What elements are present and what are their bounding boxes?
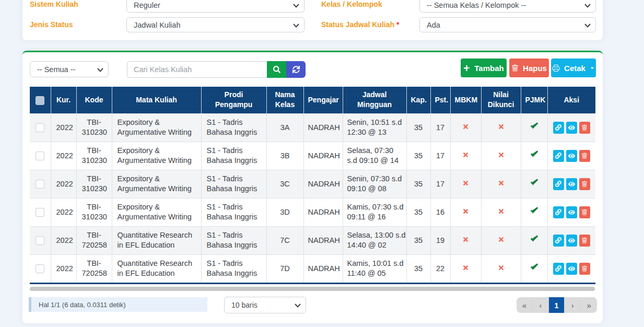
link-action-button[interactable] <box>553 206 564 218</box>
cross-icon <box>462 123 469 130</box>
cell-kode: TBI-310230 <box>76 113 112 142</box>
cell-mbkm <box>450 254 481 283</box>
link-action-button[interactable] <box>553 263 564 275</box>
view-action-button[interactable] <box>566 235 577 247</box>
cell-pengajar: NADRAH <box>303 113 343 142</box>
search-icon <box>273 66 280 73</box>
eye-icon <box>568 181 575 188</box>
cell-pjmk <box>521 198 547 226</box>
cell-pst: 17 <box>430 142 450 170</box>
select-status-jadwal[interactable]: Ada <box>419 17 596 32</box>
cell-jadwal: Senin, 10:51 s.d 12:30 @ 13 <box>343 113 406 142</box>
row-checkbox[interactable] <box>36 180 44 189</box>
view-action-button[interactable] <box>566 206 577 218</box>
delete-action-button[interactable] <box>579 122 590 134</box>
col-kode: Kode <box>76 87 112 113</box>
view-action-button[interactable] <box>566 178 577 190</box>
cell-pjmk <box>521 142 547 170</box>
cross-icon <box>498 151 505 158</box>
horizontal-scrollbar[interactable] <box>30 287 595 291</box>
eye-icon <box>568 265 575 272</box>
cell-kur: 2022 <box>51 198 76 226</box>
cell-mata-kuliah: Expository & Argumentative Writing <box>112 170 201 198</box>
select-jenis-status[interactable]: Jadwal Kuliah <box>126 17 305 32</box>
pagination-last[interactable]: » <box>581 297 597 313</box>
col-mbkm: MBKM <box>450 87 481 113</box>
cross-icon <box>498 264 505 271</box>
cell-nama-kelas: 3B <box>266 142 303 170</box>
row-checkbox-cell <box>30 170 51 198</box>
table-row: 2022 TBI-720258 Quantitative Research in… <box>30 226 595 254</box>
row-checkbox[interactable] <box>36 123 44 132</box>
pagination-next[interactable]: › <box>565 297 581 313</box>
table-body: 2022 TBI-310230 Expository & Argumentati… <box>30 113 595 283</box>
cell-jadwal: Kamis, 07:30 s.d 09:11 @ 16 <box>343 198 406 226</box>
cell-kur: 2022 <box>51 226 76 254</box>
cell-nilai-dikunci <box>481 254 521 283</box>
cell-mata-kuliah: Expository & Argumentative Writing <box>112 198 201 226</box>
caret-down-icon <box>590 65 595 71</box>
link-icon <box>555 124 561 131</box>
cell-mbkm <box>450 198 481 226</box>
col-nilai-dikunci: Nilai Dikunci <box>481 87 521 113</box>
label-sistem-kuliah: Sistem Kuliah <box>30 0 78 8</box>
cell-kode: TBI-720258 <box>76 254 112 283</box>
cell-pengajar: NADRAH <box>303 142 343 170</box>
search-button[interactable] <box>267 61 286 78</box>
pagination-page-1[interactable]: 1 <box>549 297 565 313</box>
view-action-button[interactable] <box>566 122 577 134</box>
cell-prodi: S1 - Tadris Bahasa Inggris <box>201 254 266 283</box>
link-action-button[interactable] <box>553 150 564 162</box>
row-checkbox[interactable] <box>36 151 44 160</box>
delete-action-button[interactable] <box>579 263 590 275</box>
cell-prodi: S1 - Tadris Bahasa Inggris <box>201 226 266 254</box>
col-prodi-pengampu: Prodi Pengampu <box>201 87 266 113</box>
toolbar-filter-select[interactable]: -- Semua -- <box>30 61 109 77</box>
link-action-button[interactable] <box>553 122 564 134</box>
cross-icon <box>462 180 469 186</box>
pagination-first[interactable]: « <box>517 297 533 313</box>
col-pst: Pst. <box>430 87 450 113</box>
delete-action-button[interactable] <box>579 178 590 190</box>
cell-pst: 19 <box>430 226 450 254</box>
cell-kap: 35 <box>406 226 430 254</box>
pagination-prev[interactable]: ‹ <box>533 297 549 313</box>
delete-action-button[interactable] <box>579 235 590 247</box>
row-checkbox[interactable] <box>36 236 44 245</box>
check-icon <box>530 150 538 158</box>
add-button[interactable]: Tambah <box>461 59 507 77</box>
cross-icon <box>462 264 469 271</box>
view-action-button[interactable] <box>566 263 577 275</box>
search-input[interactable] <box>127 61 267 78</box>
cell-aksi <box>547 142 595 170</box>
trash-icon <box>581 237 588 243</box>
cell-nama-kelas: 7D <box>266 254 303 283</box>
link-action-button[interactable] <box>553 235 564 247</box>
cell-pst: 22 <box>430 254 450 283</box>
cell-pst: 17 <box>430 113 450 142</box>
row-checkbox[interactable] <box>36 264 44 273</box>
delete-action-button[interactable] <box>579 206 590 218</box>
cell-aksi <box>547 254 595 283</box>
page-size-select[interactable]: 10 baris <box>224 297 306 313</box>
print-button[interactable]: Cetak <box>551 59 596 77</box>
select-all-checkbox[interactable] <box>36 96 44 105</box>
cell-mbkm <box>450 142 481 170</box>
delete-button[interactable]: Hapus <box>509 59 549 77</box>
delete-action-button[interactable] <box>579 150 590 162</box>
view-action-button[interactable] <box>566 150 577 162</box>
link-icon <box>555 237 561 243</box>
eye-icon <box>568 124 575 131</box>
filter-card: Sistem Kuliah Reguler Kelas / Kelompok -… <box>22 0 603 40</box>
cell-kode: TBI-310230 <box>76 170 112 198</box>
cell-kur: 2022 <box>51 254 76 283</box>
refresh-button[interactable] <box>286 61 306 78</box>
cell-kode: TBI-310230 <box>76 198 112 226</box>
row-checkbox-cell <box>30 254 51 283</box>
col-kap: Kap. <box>406 87 430 113</box>
link-action-button[interactable] <box>553 178 564 190</box>
row-checkbox[interactable] <box>36 208 44 217</box>
select-sistem-kuliah[interactable]: Reguler <box>126 0 305 13</box>
select-kelas-kelompok[interactable]: -- Semua Kelas / Kelompok -- <box>419 0 596 13</box>
cell-prodi: S1 - Tadris Bahasa Inggris <box>201 170 266 198</box>
